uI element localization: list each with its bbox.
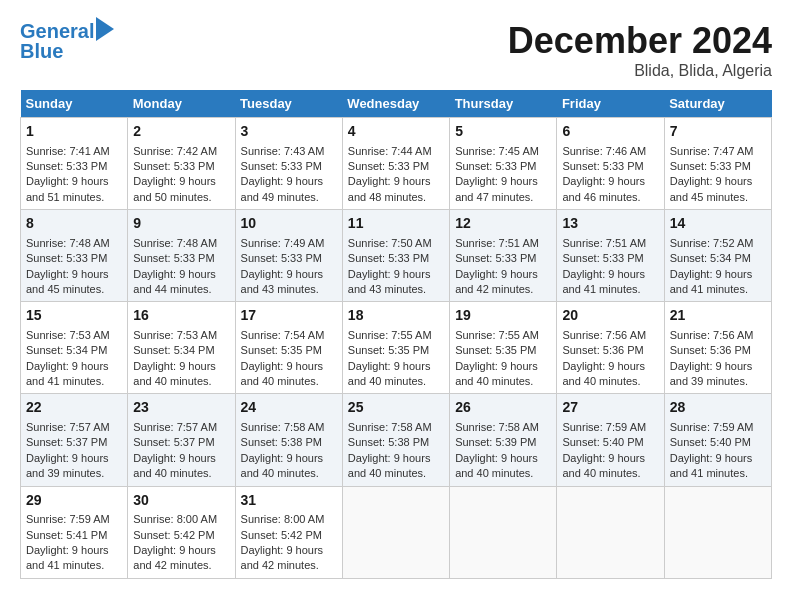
day-number: 11 <box>348 214 444 234</box>
sunset: Sunset: 5:34 PM <box>133 344 214 356</box>
daylight: Daylight: 9 hours and 40 minutes. <box>241 452 324 479</box>
calendar-cell: 14Sunrise: 7:52 AMSunset: 5:34 PMDayligh… <box>664 210 771 302</box>
sunset: Sunset: 5:33 PM <box>455 252 536 264</box>
sunset: Sunset: 5:40 PM <box>670 436 751 448</box>
sunset: Sunset: 5:33 PM <box>133 160 214 172</box>
day-number: 12 <box>455 214 551 234</box>
sunset: Sunset: 5:36 PM <box>670 344 751 356</box>
day-number: 5 <box>455 122 551 142</box>
daylight: Daylight: 9 hours and 45 minutes. <box>26 268 109 295</box>
week-row-2: 8Sunrise: 7:48 AMSunset: 5:33 PMDaylight… <box>21 210 772 302</box>
calendar-cell: 7Sunrise: 7:47 AMSunset: 5:33 PMDaylight… <box>664 118 771 210</box>
day-number: 26 <box>455 398 551 418</box>
logo-text: General <box>20 20 94 42</box>
day-number: 18 <box>348 306 444 326</box>
daylight: Daylight: 9 hours and 48 minutes. <box>348 175 431 202</box>
day-number: 24 <box>241 398 337 418</box>
calendar-cell: 24Sunrise: 7:58 AMSunset: 5:38 PMDayligh… <box>235 394 342 486</box>
sunrise: Sunrise: 7:41 AM <box>26 145 110 157</box>
sunrise: Sunrise: 7:49 AM <box>241 237 325 249</box>
calendar-cell: 21Sunrise: 7:56 AMSunset: 5:36 PMDayligh… <box>664 302 771 394</box>
day-number: 3 <box>241 122 337 142</box>
day-number: 31 <box>241 491 337 511</box>
header-sunday: Sunday <box>21 90 128 118</box>
logo-arrow-icon <box>96 17 114 41</box>
sunset: Sunset: 5:35 PM <box>455 344 536 356</box>
sunset: Sunset: 5:33 PM <box>241 252 322 264</box>
daylight: Daylight: 9 hours and 40 minutes. <box>455 360 538 387</box>
daylight: Daylight: 9 hours and 40 minutes. <box>241 360 324 387</box>
sunrise: Sunrise: 7:58 AM <box>241 421 325 433</box>
sunrise: Sunrise: 7:54 AM <box>241 329 325 341</box>
day-number: 17 <box>241 306 337 326</box>
sunrise: Sunrise: 7:56 AM <box>562 329 646 341</box>
daylight: Daylight: 9 hours and 40 minutes. <box>133 360 216 387</box>
sunset: Sunset: 5:37 PM <box>26 436 107 448</box>
day-number: 29 <box>26 491 122 511</box>
calendar-table: SundayMondayTuesdayWednesdayThursdayFrid… <box>20 90 772 579</box>
sunset: Sunset: 5:36 PM <box>562 344 643 356</box>
sunrise: Sunrise: 7:46 AM <box>562 145 646 157</box>
day-number: 4 <box>348 122 444 142</box>
calendar-cell: 29Sunrise: 7:59 AMSunset: 5:41 PMDayligh… <box>21 486 128 578</box>
calendar-cell: 5Sunrise: 7:45 AMSunset: 5:33 PMDaylight… <box>450 118 557 210</box>
sunrise: Sunrise: 7:57 AM <box>133 421 217 433</box>
day-number: 16 <box>133 306 229 326</box>
sunrise: Sunrise: 7:44 AM <box>348 145 432 157</box>
sunrise: Sunrise: 7:51 AM <box>562 237 646 249</box>
sunset: Sunset: 5:33 PM <box>670 160 751 172</box>
sunrise: Sunrise: 7:55 AM <box>455 329 539 341</box>
sunset: Sunset: 5:33 PM <box>26 252 107 264</box>
sunrise: Sunrise: 7:58 AM <box>455 421 539 433</box>
calendar-cell: 18Sunrise: 7:55 AMSunset: 5:35 PMDayligh… <box>342 302 449 394</box>
day-number: 23 <box>133 398 229 418</box>
daylight: Daylight: 9 hours and 40 minutes. <box>348 452 431 479</box>
logo-general: General <box>20 20 94 42</box>
sunrise: Sunrise: 7:59 AM <box>562 421 646 433</box>
logo: General Blue <box>20 20 114 63</box>
calendar-cell: 22Sunrise: 7:57 AMSunset: 5:37 PMDayligh… <box>21 394 128 486</box>
sunrise: Sunrise: 7:45 AM <box>455 145 539 157</box>
calendar-cell: 26Sunrise: 7:58 AMSunset: 5:39 PMDayligh… <box>450 394 557 486</box>
daylight: Daylight: 9 hours and 40 minutes. <box>348 360 431 387</box>
day-number: 7 <box>670 122 766 142</box>
day-number: 30 <box>133 491 229 511</box>
daylight: Daylight: 9 hours and 51 minutes. <box>26 175 109 202</box>
sunset: Sunset: 5:40 PM <box>562 436 643 448</box>
sunrise: Sunrise: 8:00 AM <box>241 513 325 525</box>
sunrise: Sunrise: 7:58 AM <box>348 421 432 433</box>
day-number: 2 <box>133 122 229 142</box>
header-saturday: Saturday <box>664 90 771 118</box>
daylight: Daylight: 9 hours and 47 minutes. <box>455 175 538 202</box>
day-number: 28 <box>670 398 766 418</box>
sunrise: Sunrise: 7:59 AM <box>670 421 754 433</box>
sunrise: Sunrise: 7:55 AM <box>348 329 432 341</box>
week-row-5: 29Sunrise: 7:59 AMSunset: 5:41 PMDayligh… <box>21 486 772 578</box>
page-header: General Blue December 2024 Blida, Blida,… <box>20 20 772 80</box>
sunset: Sunset: 5:42 PM <box>133 529 214 541</box>
sunset: Sunset: 5:38 PM <box>241 436 322 448</box>
calendar-cell: 27Sunrise: 7:59 AMSunset: 5:40 PMDayligh… <box>557 394 664 486</box>
sunrise: Sunrise: 7:57 AM <box>26 421 110 433</box>
calendar-cell: 4Sunrise: 7:44 AMSunset: 5:33 PMDaylight… <box>342 118 449 210</box>
daylight: Daylight: 9 hours and 42 minutes. <box>133 544 216 571</box>
sunrise: Sunrise: 7:53 AM <box>26 329 110 341</box>
daylight: Daylight: 9 hours and 41 minutes. <box>26 544 109 571</box>
calendar-cell: 12Sunrise: 7:51 AMSunset: 5:33 PMDayligh… <box>450 210 557 302</box>
sunset: Sunset: 5:33 PM <box>348 252 429 264</box>
sunset: Sunset: 5:37 PM <box>133 436 214 448</box>
daylight: Daylight: 9 hours and 40 minutes. <box>133 452 216 479</box>
daylight: Daylight: 9 hours and 43 minutes. <box>348 268 431 295</box>
month-title: December 2024 <box>508 20 772 62</box>
calendar-cell: 1Sunrise: 7:41 AMSunset: 5:33 PMDaylight… <box>21 118 128 210</box>
sunset: Sunset: 5:35 PM <box>241 344 322 356</box>
daylight: Daylight: 9 hours and 41 minutes. <box>670 268 753 295</box>
calendar-cell: 8Sunrise: 7:48 AMSunset: 5:33 PMDaylight… <box>21 210 128 302</box>
sunrise: Sunrise: 7:42 AM <box>133 145 217 157</box>
day-number: 27 <box>562 398 658 418</box>
daylight: Daylight: 9 hours and 49 minutes. <box>241 175 324 202</box>
daylight: Daylight: 9 hours and 42 minutes. <box>241 544 324 571</box>
calendar-cell: 16Sunrise: 7:53 AMSunset: 5:34 PMDayligh… <box>128 302 235 394</box>
sunrise: Sunrise: 7:43 AM <box>241 145 325 157</box>
day-number: 25 <box>348 398 444 418</box>
